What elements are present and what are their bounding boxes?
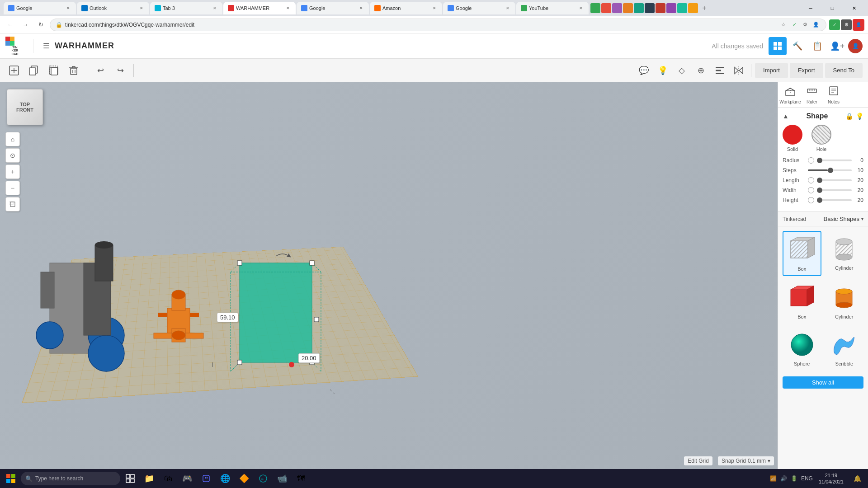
shape-outline-tool[interactable]: ◇: [673, 62, 690, 79]
discord-button[interactable]: [197, 469, 215, 488]
tinkercad-logo[interactable]: TINKERCAD: [5, 37, 24, 56]
width-circle-input[interactable]: [808, 187, 814, 193]
shape-item-cylinder-striped[interactable]: Cylinder: [825, 231, 864, 276]
show-all-button[interactable]: Show all: [783, 376, 863, 389]
tab-close-6[interactable]: ✕: [431, 5, 438, 11]
shape-item-box-striped[interactable]: Box: [783, 231, 821, 276]
tab-1[interactable]: Google ✕: [4, 2, 76, 14]
radius-circle-input[interactable]: [808, 157, 814, 164]
delete-button[interactable]: [65, 62, 82, 79]
app-orange-button[interactable]: 🔶: [235, 469, 253, 488]
shapes-category-dropdown[interactable]: Basic Shapes ▾: [824, 216, 864, 222]
extra-tab-favicon-6[interactable]: [645, 3, 655, 13]
align-tool[interactable]: [711, 62, 728, 79]
lock-icon[interactable]: 🔒: [845, 113, 853, 120]
maps-button[interactable]: 🗺: [292, 469, 310, 488]
extra-tab-favicon-3[interactable]: [612, 3, 622, 13]
width-slider[interactable]: [817, 189, 852, 191]
tab-7[interactable]: Google ✕: [443, 2, 515, 14]
extra-tab-favicon-10[interactable]: [688, 3, 698, 13]
fit-view-button[interactable]: ⊙: [5, 148, 20, 163]
extra-tab-favicon-4[interactable]: [623, 3, 633, 13]
tab-6[interactable]: Amazon ✕: [370, 2, 442, 14]
steps-slider[interactable]: [808, 169, 852, 171]
ruler-nav[interactable]: Ruler: [802, 84, 822, 106]
tab-close-8[interactable]: ✕: [578, 5, 584, 11]
steam-button[interactable]: 🎮: [178, 469, 196, 488]
radius-slider[interactable]: [817, 160, 852, 161]
new-tab-button[interactable]: +: [699, 3, 710, 14]
book-button[interactable]: 📋: [808, 37, 826, 55]
solid-type[interactable]: Solid: [783, 125, 802, 152]
grid-view-button[interactable]: [769, 37, 787, 55]
edit-grid-button[interactable]: Edit Grid: [684, 456, 712, 465]
zoom-button[interactable]: 📹: [273, 469, 291, 488]
explorer-button[interactable]: 📁: [140, 469, 158, 488]
task-view-button[interactable]: [121, 469, 139, 488]
length-slider[interactable]: [817, 179, 852, 181]
export-button[interactable]: Export: [790, 63, 823, 78]
extra-tab-favicon-9[interactable]: [677, 3, 687, 13]
ext-check[interactable]: ✓: [829, 19, 840, 30]
copy-button[interactable]: [25, 62, 42, 79]
tab-close-2[interactable]: ✕: [138, 5, 145, 11]
tab-2[interactable]: Outlook ✕: [77, 2, 149, 14]
hammer-button[interactable]: 🔨: [788, 37, 807, 55]
tab-5[interactable]: Google ✕: [297, 2, 369, 14]
ext-gear[interactable]: ⚙: [841, 19, 852, 30]
taskbar-search[interactable]: 🔍 Type here to search: [21, 472, 120, 485]
minimize-button[interactable]: ─: [800, 2, 821, 14]
maximize-button[interactable]: □: [822, 2, 843, 14]
canvas-area[interactable]: TOP FRONT ⌂ ⊙ + −: [0, 82, 778, 469]
tab-8[interactable]: YouTube ✕: [516, 2, 589, 14]
compass-cube[interactable]: TOP FRONT: [7, 89, 43, 125]
workplane-nav[interactable]: Workplane: [780, 84, 801, 106]
zoom-out-button[interactable]: −: [5, 181, 20, 195]
store-button[interactable]: 🛍: [159, 469, 177, 488]
extra-tab-favicon-5[interactable]: [634, 3, 644, 13]
redo-button[interactable]: ↪: [112, 62, 129, 79]
tab-4-active[interactable]: WARHAMMER ✕: [223, 2, 296, 14]
tab-close-7[interactable]: ✕: [505, 5, 511, 11]
shape-collapse-arrow[interactable]: ▲: [783, 113, 789, 120]
extra-tab-favicon[interactable]: [590, 3, 600, 13]
shape-item-sphere[interactable]: Sphere: [783, 327, 821, 370]
chrome-taskbar-button[interactable]: 🌐: [216, 469, 234, 488]
profile-icon[interactable]: 👤: [811, 20, 821, 29]
notification-button[interactable]: 🔔: [848, 469, 866, 488]
shape-item-box-red[interactable]: Box: [783, 280, 821, 323]
shape-item-cylinder-orange[interactable]: Cylinder: [825, 280, 864, 323]
height-slider[interactable]: [817, 199, 852, 201]
zoom-in-button[interactable]: +: [5, 164, 20, 179]
start-button[interactable]: [2, 469, 20, 488]
tab-close-3[interactable]: ✕: [212, 5, 218, 11]
extra-tab-favicon-7[interactable]: [656, 3, 665, 13]
arduino-button[interactable]: ∞: [254, 469, 272, 488]
back-button[interactable]: ←: [4, 19, 16, 31]
tab-close-1[interactable]: ✕: [65, 5, 71, 11]
perspective-button[interactable]: [5, 197, 20, 211]
comment-tool[interactable]: 💬: [635, 62, 652, 79]
close-button[interactable]: ✕: [844, 2, 864, 14]
shape-item-scribble[interactable]: Scribble: [825, 327, 864, 370]
undo-button[interactable]: ↩: [92, 62, 109, 79]
tab-close-4[interactable]: ✕: [285, 5, 291, 11]
hole-type[interactable]: Hole: [811, 125, 831, 152]
tab-3[interactable]: Tab 3 ✕: [150, 2, 222, 14]
height-circle-input[interactable]: [808, 197, 814, 203]
import-button[interactable]: Import: [755, 63, 788, 78]
boolean-tool[interactable]: ⊕: [692, 62, 709, 79]
snap-grid-control[interactable]: Snap Grid 0.1 mm ▾: [718, 456, 774, 465]
check-icon[interactable]: ✓: [790, 20, 799, 29]
time-display[interactable]: 21:19 11/04/2021: [816, 472, 846, 485]
tab-close-5[interactable]: ✕: [358, 5, 364, 11]
mirror-tool[interactable]: [730, 62, 747, 79]
ext-profile[interactable]: 👤: [853, 19, 864, 31]
bookmark-icon[interactable]: ☆: [779, 20, 788, 29]
settings-icon[interactable]: ⚙: [801, 20, 810, 29]
add-user-button[interactable]: 👤+: [828, 37, 846, 55]
light-tool[interactable]: 💡: [654, 62, 671, 79]
extra-tab-favicon-2[interactable]: [601, 3, 611, 13]
forward-button[interactable]: →: [19, 19, 32, 31]
length-circle-input[interactable]: [808, 177, 814, 183]
